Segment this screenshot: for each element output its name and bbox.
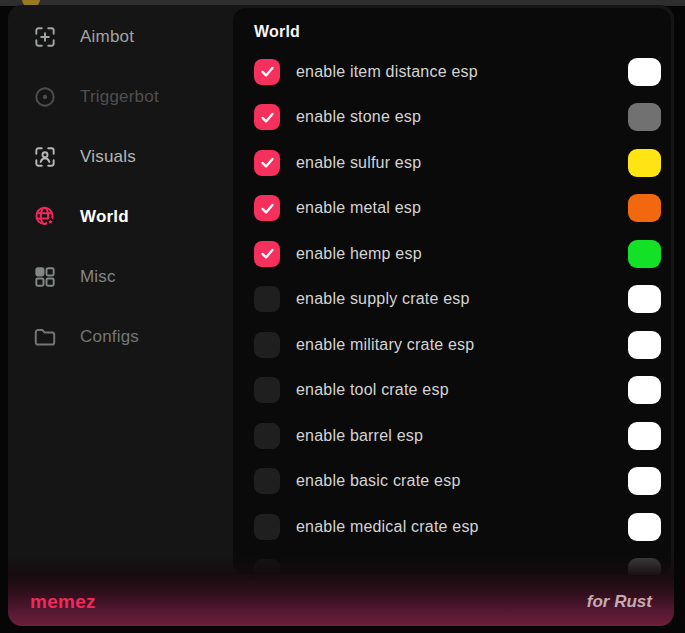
setting-checkbox[interactable] bbox=[254, 59, 280, 85]
setting-row: enable supply crate esp bbox=[254, 277, 671, 323]
setting-row: enable stone esp bbox=[254, 95, 671, 141]
misc-icon bbox=[32, 264, 58, 290]
sidebar-item-label: Aimbot bbox=[80, 27, 134, 47]
settings-panel: World enable item distance esp enable st… bbox=[233, 8, 671, 575]
settings-rows: enable item distance esp enable stone es… bbox=[254, 49, 671, 575]
setting-row: enable military crate esp bbox=[254, 322, 671, 368]
triggerbot-icon bbox=[32, 84, 58, 110]
sidebar-item-misc[interactable]: Misc bbox=[8, 247, 233, 307]
setting-label: enable medical crate esp bbox=[296, 518, 628, 536]
color-swatch[interactable] bbox=[628, 194, 661, 222]
checkmark-icon bbox=[259, 154, 276, 171]
setting-label: enable item distance esp bbox=[296, 63, 628, 81]
sidebar-item-label: World bbox=[80, 207, 129, 227]
color-swatch[interactable] bbox=[628, 58, 661, 86]
panel-title: World bbox=[254, 21, 671, 43]
setting-checkbox[interactable] bbox=[254, 377, 280, 403]
setting-row: enable sulfur esp bbox=[254, 140, 671, 186]
setting-row: enable metal esp bbox=[254, 186, 671, 232]
setting-row: enable hemp esp bbox=[254, 231, 671, 277]
brand-name: memez bbox=[30, 591, 96, 613]
color-swatch[interactable] bbox=[628, 422, 661, 450]
setting-row: enable tool crate esp bbox=[254, 368, 671, 414]
setting-checkbox[interactable] bbox=[254, 104, 280, 130]
setting-label: enable basic crate esp bbox=[296, 472, 628, 490]
sidebar-item-label: Visuals bbox=[80, 147, 136, 167]
checkmark-icon bbox=[259, 245, 276, 262]
color-swatch[interactable] bbox=[628, 240, 661, 268]
setting-label: enable sulfur esp bbox=[296, 154, 628, 172]
color-swatch[interactable] bbox=[628, 149, 661, 177]
setting-checkbox[interactable] bbox=[254, 195, 280, 221]
aimbot-icon bbox=[32, 24, 58, 50]
visuals-icon bbox=[32, 144, 58, 170]
setting-label: enable military crate esp bbox=[296, 336, 628, 354]
color-swatch[interactable] bbox=[628, 103, 661, 131]
setting-label: enable stone esp bbox=[296, 108, 628, 126]
cheat-menu-window: Aimbot Triggerbot Visuals World Misc Con… bbox=[8, 5, 674, 626]
checkmark-icon bbox=[259, 63, 276, 80]
sidebar-item-label: Configs bbox=[80, 327, 139, 347]
setting-checkbox[interactable] bbox=[254, 468, 280, 494]
setting-checkbox[interactable] bbox=[254, 332, 280, 358]
brand-suffix: for Rust bbox=[587, 592, 652, 612]
setting-row: enable barrel esp bbox=[254, 413, 671, 459]
sidebar-item-triggerbot[interactable]: Triggerbot bbox=[8, 67, 233, 127]
sidebar-item-configs[interactable]: Configs bbox=[8, 307, 233, 367]
configs-icon bbox=[32, 324, 58, 350]
sidebar-item-world[interactable]: World bbox=[8, 187, 233, 247]
sidebar-item-visuals[interactable]: Visuals bbox=[8, 127, 233, 187]
sidebar-item-label: Triggerbot bbox=[80, 87, 159, 107]
setting-row: enable item distance esp bbox=[254, 49, 671, 95]
setting-checkbox[interactable] bbox=[254, 150, 280, 176]
setting-row: enable basic crate esp bbox=[254, 459, 671, 505]
footer-bar: memez for Rust bbox=[8, 556, 674, 626]
color-swatch[interactable] bbox=[628, 285, 661, 313]
sidebar-nav: Aimbot Triggerbot Visuals World Misc Con… bbox=[8, 5, 233, 565]
setting-checkbox[interactable] bbox=[254, 286, 280, 312]
setting-checkbox[interactable] bbox=[254, 241, 280, 267]
color-swatch[interactable] bbox=[628, 376, 661, 404]
checkmark-icon bbox=[259, 200, 276, 217]
setting-label: enable metal esp bbox=[296, 199, 628, 217]
color-swatch[interactable] bbox=[628, 467, 661, 495]
sidebar-item-label: Misc bbox=[80, 267, 116, 287]
setting-row: enable medical crate esp bbox=[254, 504, 671, 550]
setting-checkbox[interactable] bbox=[254, 423, 280, 449]
setting-label: enable tool crate esp bbox=[296, 381, 628, 399]
setting-label: enable barrel esp bbox=[296, 427, 628, 445]
checkmark-icon bbox=[259, 109, 276, 126]
color-swatch[interactable] bbox=[628, 331, 661, 359]
world-icon bbox=[32, 204, 58, 230]
color-swatch[interactable] bbox=[628, 513, 661, 541]
setting-label: enable supply crate esp bbox=[296, 290, 628, 308]
setting-checkbox[interactable] bbox=[254, 514, 280, 540]
sidebar-item-aimbot[interactable]: Aimbot bbox=[8, 7, 233, 67]
setting-label: enable hemp esp bbox=[296, 245, 628, 263]
